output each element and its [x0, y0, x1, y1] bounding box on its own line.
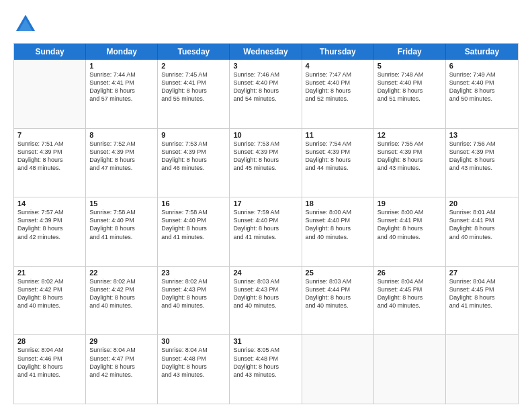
- cell-info-line: Daylight: 8 hours: [17, 224, 82, 232]
- cell-info-line: Sunset: 4:40 PM: [306, 216, 370, 224]
- cell-info-line: Sunset: 4:39 PM: [306, 148, 370, 156]
- cell-info-line: Sunset: 4:40 PM: [233, 216, 298, 224]
- cell-info-line: Sunset: 4:39 PM: [89, 148, 154, 156]
- page: SundayMondayTuesdayWednesdayThursdayFrid…: [0, 0, 532, 411]
- calendar-cell: 28Sunrise: 8:04 AMSunset: 4:46 PMDayligh…: [14, 335, 86, 404]
- calendar-cell: 6Sunrise: 7:49 AMSunset: 4:40 PMDaylight…: [446, 60, 518, 128]
- cell-info-line: Sunrise: 8:04 AM: [17, 346, 82, 354]
- weekday-label: Thursday: [302, 44, 374, 60]
- cell-info-line: Sunset: 4:41 PM: [378, 216, 442, 224]
- cell-info-line: and 42 minutes.: [89, 371, 154, 379]
- cell-info-line: Sunset: 4:41 PM: [449, 216, 515, 224]
- calendar-cell: 19Sunrise: 8:00 AMSunset: 4:41 PMDayligh…: [374, 197, 446, 266]
- cell-info-line: Sunset: 4:46 PM: [17, 355, 82, 363]
- cell-info-line: Sunset: 4:42 PM: [17, 285, 82, 293]
- cell-info-line: and 43 minutes.: [161, 371, 226, 379]
- weekday-label: Wednesday: [230, 44, 302, 60]
- cell-info-line: Sunrise: 8:05 AM: [233, 346, 298, 354]
- day-number: 3: [233, 62, 298, 70]
- cell-info-line: Daylight: 8 hours: [378, 293, 442, 302]
- cell-info-line: Sunset: 4:43 PM: [233, 285, 298, 293]
- cell-info-line: Sunrise: 8:04 AM: [89, 346, 154, 354]
- cell-info-line: Sunset: 4:39 PM: [378, 148, 442, 156]
- calendar-cell: 3Sunrise: 7:46 AMSunset: 4:40 PMDaylight…: [230, 60, 302, 128]
- cell-info-line: Sunset: 4:48 PM: [233, 355, 298, 363]
- calendar-cell: 21Sunrise: 8:02 AMSunset: 4:42 PMDayligh…: [14, 267, 86, 335]
- cell-info-line: Daylight: 8 hours: [89, 224, 154, 232]
- cell-info-line: Sunset: 4:42 PM: [89, 285, 154, 293]
- day-number: 4: [306, 62, 370, 70]
- day-number: 26: [378, 269, 442, 277]
- cell-info-line: Daylight: 8 hours: [233, 293, 298, 302]
- day-number: 24: [233, 269, 298, 277]
- cell-info-line: Daylight: 8 hours: [161, 156, 226, 164]
- cell-info-line: Sunrise: 8:00 AM: [378, 208, 442, 216]
- cell-info-line: Sunset: 4:41 PM: [161, 79, 226, 87]
- day-number: 21: [17, 269, 82, 277]
- day-number: 14: [17, 199, 82, 208]
- cell-info-line: Sunset: 4:48 PM: [161, 355, 226, 363]
- cell-info-line: Daylight: 8 hours: [306, 224, 370, 232]
- cell-info-line: Daylight: 8 hours: [89, 363, 154, 371]
- cell-info-line: Sunrise: 7:59 AM: [233, 208, 298, 216]
- weekday-label: Sunday: [14, 44, 86, 60]
- cell-info-line: Sunset: 4:39 PM: [233, 148, 298, 156]
- calendar-cell: 15Sunrise: 7:58 AMSunset: 4:40 PMDayligh…: [86, 197, 158, 266]
- cell-info-line: and 41 minutes.: [161, 233, 226, 241]
- cell-info-line: Sunset: 4:40 PM: [378, 79, 442, 87]
- cell-info-line: Sunrise: 8:00 AM: [306, 208, 370, 216]
- calendar-cell: 8Sunrise: 7:52 AMSunset: 4:39 PMDaylight…: [86, 129, 158, 197]
- cell-info-line: Sunrise: 7:51 AM: [17, 140, 82, 148]
- header: [13, 12, 519, 36]
- calendar-cell: 18Sunrise: 8:00 AMSunset: 4:40 PMDayligh…: [302, 197, 374, 266]
- calendar-cell: 13Sunrise: 7:56 AMSunset: 4:39 PMDayligh…: [446, 129, 518, 197]
- cell-info-line: Daylight: 8 hours: [449, 224, 515, 232]
- calendar-cell: 17Sunrise: 7:59 AMSunset: 4:40 PMDayligh…: [230, 197, 302, 266]
- cell-info-line: Sunrise: 8:02 AM: [161, 277, 226, 285]
- calendar-row: 1Sunrise: 7:44 AMSunset: 4:41 PMDaylight…: [14, 60, 518, 128]
- calendar-cell: 26Sunrise: 8:04 AMSunset: 4:45 PMDayligh…: [374, 267, 446, 335]
- cell-info-line: Sunset: 4:39 PM: [17, 148, 82, 156]
- cell-info-line: Sunset: 4:41 PM: [89, 79, 154, 87]
- day-number: 23: [161, 269, 226, 277]
- calendar-cell: 27Sunrise: 8:04 AMSunset: 4:45 PMDayligh…: [446, 267, 518, 335]
- cell-info-line: and 40 minutes.: [306, 302, 370, 310]
- cell-info-line: Sunrise: 7:47 AM: [306, 71, 370, 79]
- cell-info-line: and 41 minutes.: [233, 233, 298, 241]
- calendar: SundayMondayTuesdayWednesdayThursdayFrid…: [13, 43, 519, 404]
- day-number: 15: [89, 199, 154, 208]
- weekday-label: Tuesday: [158, 44, 230, 60]
- cell-info-line: and 48 minutes.: [17, 164, 82, 172]
- cell-info-line: Daylight: 8 hours: [449, 156, 515, 164]
- cell-info-line: and 52 minutes.: [306, 95, 370, 103]
- cell-info-line: Sunrise: 7:45 AM: [161, 71, 226, 79]
- cell-info-line: and 54 minutes.: [233, 95, 298, 103]
- day-number: 5: [378, 62, 442, 70]
- cell-info-line: Daylight: 8 hours: [233, 156, 298, 164]
- day-number: 30: [161, 337, 226, 345]
- cell-info-line: and 40 minutes.: [378, 302, 442, 310]
- cell-info-line: Sunrise: 7:49 AM: [449, 71, 515, 79]
- calendar-cell: 25Sunrise: 8:03 AMSunset: 4:44 PMDayligh…: [302, 267, 374, 335]
- day-number: 20: [449, 199, 515, 208]
- cell-info-line: Sunrise: 8:04 AM: [449, 277, 515, 285]
- cell-info-line: Daylight: 8 hours: [89, 293, 154, 302]
- cell-info-line: and 41 minutes.: [449, 302, 515, 310]
- cell-info-line: Daylight: 8 hours: [233, 87, 298, 95]
- calendar-cell: [302, 335, 374, 404]
- calendar-cell: 12Sunrise: 7:55 AMSunset: 4:39 PMDayligh…: [374, 129, 446, 197]
- cell-info-line: Sunrise: 8:04 AM: [378, 277, 442, 285]
- day-number: 16: [161, 199, 226, 208]
- cell-info-line: and 55 minutes.: [161, 95, 226, 103]
- calendar-body: 1Sunrise: 7:44 AMSunset: 4:41 PMDaylight…: [14, 60, 518, 404]
- cell-info-line: Sunrise: 7:58 AM: [161, 208, 226, 216]
- calendar-cell: 24Sunrise: 8:03 AMSunset: 4:43 PMDayligh…: [230, 267, 302, 335]
- calendar-cell: 2Sunrise: 7:45 AMSunset: 4:41 PMDaylight…: [158, 60, 230, 128]
- cell-info-line: Sunrise: 8:04 AM: [161, 346, 226, 354]
- cell-info-line: Sunset: 4:43 PM: [161, 285, 226, 293]
- cell-info-line: Sunrise: 7:55 AM: [378, 140, 442, 148]
- cell-info-line: Daylight: 8 hours: [233, 363, 298, 371]
- calendar-row: 14Sunrise: 7:57 AMSunset: 4:39 PMDayligh…: [14, 197, 518, 266]
- day-number: 2: [161, 62, 226, 70]
- cell-info-line: and 45 minutes.: [233, 164, 298, 172]
